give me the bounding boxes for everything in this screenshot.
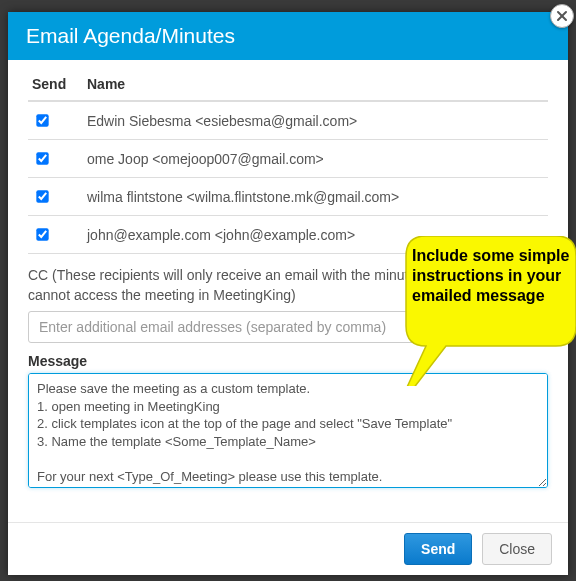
modal-footer: Send Close <box>8 522 568 575</box>
recipient-name: john@example.com <john@example.com> <box>83 216 548 254</box>
column-header-name: Name <box>83 70 548 101</box>
recipient-name: ome Joop <omejoop007@gmail.com> <box>83 140 548 178</box>
send-button[interactable]: Send <box>404 533 472 565</box>
column-header-send: Send <box>28 70 83 101</box>
recipient-checkbox[interactable] <box>36 152 48 164</box>
table-row: ome Joop <omejoop007@gmail.com> <box>28 140 548 178</box>
modal-close-button[interactable] <box>550 4 574 28</box>
close-button[interactable]: Close <box>482 533 552 565</box>
modal-body: Send Name Edwin Siebesma <esiebesma@gmai… <box>8 60 568 522</box>
recipients-table: Send Name Edwin Siebesma <esiebesma@gmai… <box>28 70 548 254</box>
message-label: Message <box>28 353 548 369</box>
message-textarea[interactable] <box>28 373 548 488</box>
table-row: wilma flintstone <wilma.flintstone.mk@gm… <box>28 178 548 216</box>
close-icon <box>556 10 568 22</box>
recipient-name: Edwin Siebesma <esiebesma@gmail.com> <box>83 101 548 140</box>
modal-header: Email Agenda/Minutes <box>8 12 568 60</box>
table-row: Edwin Siebesma <esiebesma@gmail.com> <box>28 101 548 140</box>
recipient-name: wilma flintstone <wilma.flintstone.mk@gm… <box>83 178 548 216</box>
recipient-checkbox[interactable] <box>36 114 48 126</box>
cc-input[interactable] <box>28 311 548 343</box>
cc-description: CC (These recipients will only receive a… <box>28 266 548 305</box>
table-row: john@example.com <john@example.com> <box>28 216 548 254</box>
email-agenda-modal: Email Agenda/Minutes Send Name Edwin Sie… <box>8 12 568 575</box>
recipient-checkbox[interactable] <box>36 228 48 240</box>
modal-title: Email Agenda/Minutes <box>26 24 235 47</box>
recipient-checkbox[interactable] <box>36 190 48 202</box>
